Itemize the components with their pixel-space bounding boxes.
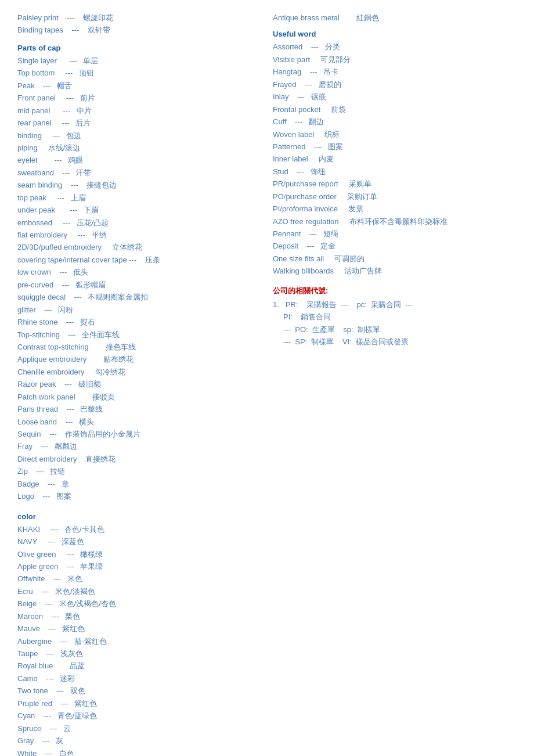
color-line: Cyan --- 青色/蓝绿色: [17, 710, 261, 722]
parts-line: Razor peak --- 破旧额: [17, 378, 261, 390]
parts-line: Front panel --- 前片: [17, 92, 261, 104]
company-section: 1. PR: 采購報告 --- pc: 采購合同 --- PI: 銷售合同 --…: [273, 298, 517, 348]
parts-section: Single layer --- 单层Top bottom --- 顶钮Peak…: [17, 55, 261, 503]
useful-section: Assorted --- 分类Visible part 可見部分Hangtag …: [273, 41, 517, 277]
antique-line: Antique brass metal 紅銅色: [273, 12, 517, 24]
parts-line: Loose band --- 横头: [17, 416, 261, 428]
parts-line: Contrast top-stitching 撞色车线: [17, 341, 261, 353]
paisley-print-line: Paisley print --- 螺旋印花: [17, 12, 261, 24]
parts-line: under peak --- 下眉: [17, 204, 261, 216]
parts-line: embossed --- 压花/凸起: [17, 217, 261, 229]
company-line: PI: 銷售合同: [273, 311, 517, 323]
useful-line: PO/purchase order 采购订单: [273, 190, 517, 203]
parts-line: mid panel --- 中片: [17, 105, 261, 117]
useful-line: Frontal pocket 前袋: [273, 103, 517, 116]
color-line: Offwhite --- 米色: [17, 573, 261, 585]
company-line: 1. PR: 采購報告 --- pc: 采購合同 ---: [273, 298, 517, 311]
useful-line: PI/proforma invoice 发票: [273, 203, 517, 215]
useful-line: Patterned --- 图案: [273, 141, 517, 153]
color-title: color: [17, 512, 261, 521]
parts-line: Direct embroidery 直接绣花: [17, 453, 261, 465]
color-line: Ecru --- 米色/淡褐色: [17, 585, 261, 597]
useful-line: PR/purchase report 采购单: [273, 178, 517, 190]
useful-line: Frayed --- 磨损的: [273, 78, 517, 91]
color-line: White --- 白色: [17, 747, 261, 757]
parts-line: low crown --- 低头: [17, 266, 261, 278]
color-line: Taupe --- 浅灰色: [17, 647, 261, 660]
parts-line: glitter --- 闪粉: [17, 304, 261, 316]
useful-line: One size fits all 可调節的: [273, 253, 517, 265]
parts-line: Patch work panel 接驳页: [17, 391, 261, 403]
useful-line: Inner label 内麦: [273, 153, 517, 165]
parts-line: rear panel --- 后片: [17, 117, 261, 129]
parts-line: Badge --- 章: [17, 478, 261, 490]
color-line: Spruce --- 云: [17, 722, 261, 735]
parts-line: Rhine stone --- 熨石: [17, 316, 261, 328]
parts-line: Sequin --- 作装饰品用的小金属片: [17, 428, 261, 440]
color-line: Aubergine --- 茄-紫红色: [17, 635, 261, 647]
parts-line: top peak --- 上眉: [17, 192, 261, 204]
color-line: Olive green --- 橄榄绿: [17, 548, 261, 560]
page-layout: Paisley print --- 螺旋印花 Binding tapes ---…: [17, 12, 517, 756]
color-line: Maroon --- 栗色: [17, 610, 261, 622]
parts-line: covering tape/internal cover tape --- 压条: [17, 254, 261, 266]
useful-line: AZO free regulation 布料环保不含毒颜料印染标准: [273, 215, 517, 228]
parts-line: eyelet --- 鸡眼: [17, 154, 261, 166]
right-column: Antique brass metal 紅銅色 Useful word Asso…: [273, 12, 517, 756]
parts-line: binding --- 包边: [17, 129, 261, 142]
useful-line: Woven label 织标: [273, 128, 517, 141]
color-section: KHAKI --- 杏色/卡其色NAVY --- 深蓝色Olive green …: [17, 523, 261, 756]
color-line: Pruple red --- 紫红色: [17, 697, 261, 710]
company-title: 公司的相關代號:: [273, 286, 517, 296]
useful-line: Inlay --- 镶嵌: [273, 91, 517, 103]
parts-title: Parts of cap: [17, 44, 261, 52]
color-line: NAVY --- 深蓝色: [17, 535, 261, 548]
company-line: --- PO: 生產單 sp: 制樣單: [273, 323, 517, 336]
parts-line: Top bottom --- 顶钮: [17, 67, 261, 79]
company-line: --- SP: 制樣單 VI: 樣品合同或發票: [273, 336, 517, 348]
parts-line: Top-stitching --- 全件面车线: [17, 329, 261, 341]
parts-line: Single layer --- 单层: [17, 55, 261, 67]
parts-line: Peak --- 帽舌: [17, 80, 261, 92]
parts-line: 2D/3D/puffed embroidery 立体绣花: [17, 241, 261, 253]
color-line: Mauve --- 紫红色: [17, 622, 261, 635]
useful-line: Deposit --- 定金: [273, 240, 517, 252]
parts-line: Paris thread --- 巴黎线: [17, 403, 261, 415]
parts-line: Fray --- 粼粼边: [17, 440, 261, 452]
intro-section: Paisley print --- 螺旋印花 Binding tapes ---…: [17, 12, 261, 37]
binding-tapes-line: Binding tapes --- 双针带: [17, 24, 261, 36]
parts-line: flat embroidery --- 平绣: [17, 229, 261, 241]
parts-line: squiggle decal --- 不规则图案金属扣: [17, 291, 261, 303]
parts-line: Chenille embroidery 勾冷绣花: [17, 366, 261, 378]
color-line: Gray --- 灰: [17, 735, 261, 747]
useful-line: Visible part 可見部分: [273, 53, 517, 66]
color-line: Beige --- 米色/浅褐色/杏色: [17, 597, 261, 610]
useful-line: Assorted --- 分类: [273, 41, 517, 53]
color-line: Royal blue 品蓝: [17, 660, 261, 672]
left-column: Paisley print --- 螺旋印花 Binding tapes ---…: [17, 12, 261, 756]
parts-line: Logo --- 图案: [17, 490, 261, 502]
useful-line: Cuff --- 翻边: [273, 116, 517, 128]
parts-line: piping 水线/滚边: [17, 142, 261, 154]
parts-line: Zip --- 拉链: [17, 465, 261, 477]
color-line: Two tone --- 双色: [17, 685, 261, 697]
parts-line: Applique embroidery 贴布绣花: [17, 353, 261, 365]
color-line: Apple green --- 苹果绿: [17, 560, 261, 573]
useful-title: Useful word: [273, 30, 517, 38]
useful-line: Stud --- 饰纽: [273, 165, 517, 178]
parts-line: sweatband --- 汗带: [17, 167, 261, 179]
color-line: Camo --- 迷彩: [17, 672, 261, 685]
useful-line: Hangtag --- 吊卡: [273, 66, 517, 78]
color-line: KHAKI --- 杏色/卡其色: [17, 523, 261, 535]
useful-line: Walking billboards 活动广告牌: [273, 265, 517, 277]
useful-line: Pennant --- 短绳: [273, 228, 517, 240]
parts-line: seam binding --- 接缝包边: [17, 179, 261, 191]
parts-line: pre-curved --- 弧形帽眉: [17, 279, 261, 291]
